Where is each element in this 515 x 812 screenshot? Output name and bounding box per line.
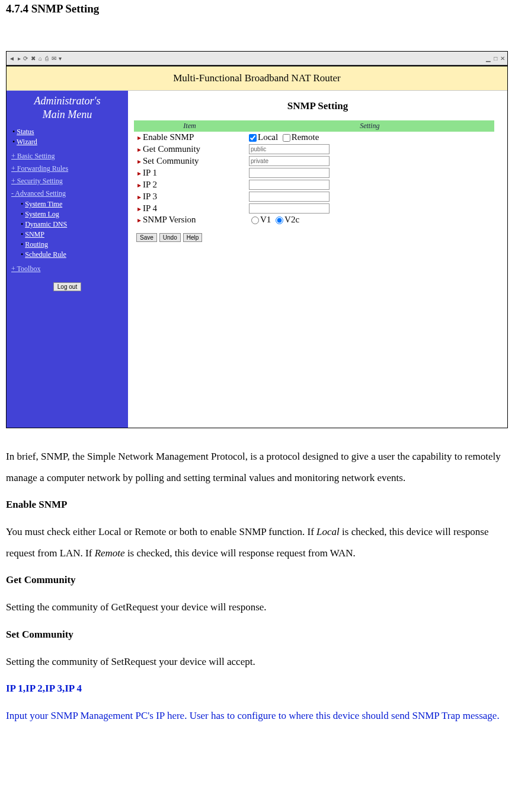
sidebar-item-routing[interactable]: Routing [25, 240, 48, 249]
browser-toolbar: ◄ ▸ ⟳ ✖ ⌂ ⎙ ✉ ▾ ▁ □ ✕ [7, 52, 507, 65]
label-ip2: IP 2 [143, 180, 157, 189]
router-screenshot: ◄ ▸ ⟳ ✖ ⌂ ⎙ ✉ ▾ ▁ □ ✕ Multi-Functional B… [6, 51, 508, 428]
input-ip2[interactable] [249, 180, 330, 190]
th-item: Item [134, 120, 245, 132]
label-enable-snmp: Enable SNMP [143, 132, 194, 142]
sidebar-item-schedule[interactable]: Schedule Rule [25, 250, 66, 259]
heading-ip: IP 1,IP 2,IP 3,IP 4 [6, 678, 509, 699]
row-ip1: ▸IP 1 [134, 167, 494, 179]
checkbox-remote[interactable] [283, 134, 290, 142]
input-get-community[interactable] [249, 144, 330, 154]
home-icon[interactable]: ⌂ [39, 55, 42, 62]
reload-icon[interactable]: ⟳ [23, 55, 28, 62]
row-get-community: ▸Get Community [134, 143, 494, 155]
sidebar-group-security[interactable]: + Security Setting [10, 177, 128, 186]
label-snmp-version: SNMP Version [143, 215, 196, 224]
mail-icon[interactable]: ✉ [52, 55, 56, 62]
row-ip2: ▸IP 2 [134, 179, 494, 190]
label-get-community: Get Community [143, 144, 200, 154]
bullet-icon: ▸ [137, 169, 141, 177]
sidebar-item-ddns[interactable]: Dynamic DNS [25, 220, 67, 228]
heading-set-community: Set Community [6, 624, 509, 645]
label-ip4: IP 4 [143, 203, 157, 213]
label-v1: V1 [260, 215, 271, 224]
forward-icon[interactable]: ▸ [18, 55, 21, 62]
input-ip1[interactable] [249, 168, 330, 178]
input-ip4[interactable] [249, 203, 330, 214]
section-title: 4.7.4 SNMP Setting [6, 2, 509, 15]
close-icon[interactable]: ✕ [500, 55, 505, 62]
sidebar-item-snmp[interactable]: SNMP [25, 230, 44, 238]
row-snmp-version: ▸SNMP Version V1 V2c [134, 214, 494, 225]
label-local: Local [258, 132, 278, 142]
row-ip3: ▸IP 3 [134, 190, 494, 202]
document-body: In brief, SNMP, the Simple Network Manag… [6, 446, 509, 727]
row-enable-snmp: ▸Enable SNMP Local Remote [134, 132, 494, 143]
label-ip3: IP 3 [143, 192, 157, 201]
logout-button[interactable]: Log out [53, 282, 81, 291]
input-set-community[interactable] [249, 156, 330, 166]
sidebar-group-advanced[interactable]: - Advanced Setting [10, 189, 128, 198]
checkbox-local[interactable] [249, 134, 257, 142]
sidebar-item-systemtime[interactable]: System Time [25, 200, 62, 208]
heading-enable-snmp: Enable SNMP [6, 494, 509, 515]
stop-icon[interactable]: ✖ [31, 55, 36, 62]
bullet-icon: ▸ [137, 157, 141, 165]
print-icon[interactable]: ⎙ [45, 55, 49, 62]
bullet-icon: ▸ [137, 205, 141, 213]
bullet-icon: ▸ [137, 145, 141, 154]
bullet-icon: ▸ [137, 216, 141, 224]
sidebar-item-status[interactable]: Status [17, 128, 34, 136]
paragraph-get-community: Setting the community of GetRequest your… [6, 597, 509, 618]
save-button[interactable]: Save [136, 233, 157, 242]
bullet-icon: ▸ [137, 193, 141, 201]
sidebar-item-wizard[interactable]: Wizard [17, 138, 37, 146]
row-set-community: ▸Set Community [134, 155, 494, 167]
bullet-icon: ▸ [137, 133, 141, 142]
paragraph-ip: Input your SNMP Management PC's IP here.… [6, 705, 509, 727]
paragraph-enable-snmp: You must check either Local or Remote or… [6, 521, 509, 563]
sidebar-group-basic[interactable]: + Basic Setting [10, 152, 128, 161]
bullet-icon: ▸ [137, 181, 141, 189]
help-button[interactable]: Help [183, 233, 203, 242]
label-ip1: IP 1 [143, 168, 157, 177]
label-set-community: Set Community [143, 156, 199, 165]
maximize-icon[interactable]: □ [494, 55, 497, 62]
radio-v2c[interactable] [276, 216, 283, 224]
paragraph-set-community: Setting the community of SetRequest your… [6, 651, 509, 673]
page-title: SNMP Setting [134, 100, 501, 112]
radio-v1[interactable] [251, 216, 259, 224]
intro-paragraph: In brief, SNMP, the Simple Network Manag… [6, 446, 509, 488]
sidebar: Administrator's Main Menu Status Wizard … [7, 91, 128, 428]
back-icon[interactable]: ◄ [9, 55, 15, 62]
sidebar-title: Administrator's Main Menu [7, 94, 128, 121]
sidebar-item-systemlog[interactable]: System Log [25, 210, 59, 218]
input-ip3[interactable] [249, 192, 330, 202]
undo-button[interactable]: Undo [159, 233, 181, 242]
label-v2c: V2c [284, 215, 299, 224]
heading-get-community: Get Community [6, 569, 509, 591]
sidebar-group-toolbox[interactable]: + Toolbox [10, 265, 128, 273]
minimize-icon[interactable]: ▁ [486, 55, 491, 62]
content-pane: SNMP Setting Item Setting ▸Enable SNMP L… [128, 91, 507, 428]
sidebar-group-forwarding[interactable]: + Forwarding Rules [10, 164, 128, 173]
row-ip4: ▸IP 4 [134, 202, 494, 214]
banner-title: Multi-Functional Broadband NAT Router [7, 65, 507, 91]
button-row: Save Undo Help [134, 231, 501, 242]
snmp-table: Item Setting ▸Enable SNMP Local Remote ▸… [134, 120, 494, 225]
th-setting: Setting [245, 120, 494, 132]
label-remote: Remote [292, 132, 319, 142]
